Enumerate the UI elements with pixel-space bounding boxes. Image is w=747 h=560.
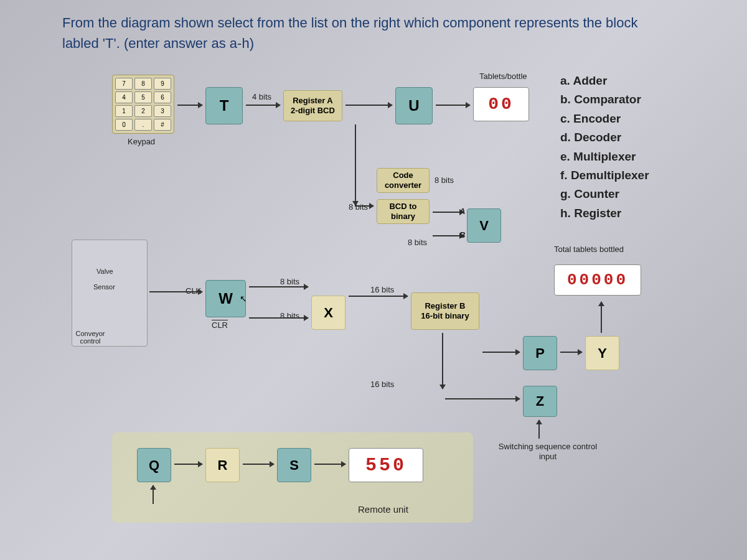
arrow <box>177 105 202 106</box>
arrow <box>249 317 308 319</box>
block-s: S <box>277 448 311 482</box>
total-display: 00000 <box>554 264 641 296</box>
key-9: 9 <box>154 78 171 90</box>
label-b: B <box>459 230 465 240</box>
label-8bits-1: 8 bits <box>349 202 368 212</box>
arrow <box>436 105 470 106</box>
block-r: R <box>205 448 240 482</box>
arrow <box>349 296 408 297</box>
block-v: V <box>467 208 501 243</box>
question-line2: labled 'T'. (enter answer as a-h) <box>62 35 254 51</box>
arrow <box>246 105 280 106</box>
register-a: Register A 2-digit BCD <box>283 90 342 121</box>
block-x: X <box>311 296 345 330</box>
label-8bits-3: 8 bits <box>408 238 427 247</box>
arrow <box>345 105 392 106</box>
remote-unit-label: Remote unit <box>358 504 408 515</box>
arrow <box>442 333 443 389</box>
register-a-t2: 2-digit BCD <box>291 106 335 116</box>
code-converter: Code converter <box>377 168 430 193</box>
key-5: 5 <box>134 91 152 103</box>
total-tablets-label: Total tablets bottled <box>554 245 624 254</box>
register-b-t2: 16-bit binary <box>421 311 469 321</box>
arrow <box>243 464 274 465</box>
clr-label: CLR <box>212 320 228 330</box>
keypad: 7 8 9 4 5 6 1 2 3 0 . # <box>112 75 174 134</box>
arrow <box>445 398 520 399</box>
block-u: U <box>395 87 433 124</box>
key-4: 4 <box>115 91 133 103</box>
register-b-t1: Register B <box>425 301 465 311</box>
arrow <box>560 352 582 353</box>
key-hash: # <box>154 119 171 131</box>
block-diagram: 7 8 9 4 5 6 1 2 3 0 . # Keypad T 4 bits … <box>62 68 685 548</box>
arrow <box>314 464 345 465</box>
conveyor-label: Conveyor control <box>72 330 109 345</box>
valve-label: Valve <box>96 268 113 275</box>
arrow <box>174 464 202 465</box>
question-text: From the diagram shown select from the l… <box>62 12 685 54</box>
key-7: 7 <box>115 78 133 90</box>
label-a: A <box>459 207 465 216</box>
answer-h: h. Register <box>560 204 649 223</box>
answer-list: a. Adder b. Comparator c. Encoder d. Dec… <box>560 72 649 223</box>
bcd-binary: BCD to binary <box>377 199 430 224</box>
arrow <box>538 420 540 439</box>
arrow <box>601 302 602 333</box>
arrow <box>249 286 308 287</box>
arrow <box>482 352 520 353</box>
cursor-icon: ↖ <box>240 294 247 304</box>
block-z: Z <box>523 386 557 417</box>
answer-c: c. Encoder <box>560 110 649 128</box>
block-y: Y <box>585 336 619 370</box>
block-q: Q <box>137 448 171 482</box>
key-dot: . <box>134 119 152 131</box>
remote-display: 550 <box>349 448 423 482</box>
key-3: 3 <box>154 105 171 117</box>
keypad-label: Keypad <box>128 137 155 146</box>
register-a-t1: Register A <box>293 96 333 106</box>
label-16bits-2: 16 bits <box>370 380 394 389</box>
arrow <box>153 485 154 504</box>
key-8: 8 <box>134 78 152 90</box>
answer-f: f. Demultiplexer <box>560 166 649 185</box>
answer-d: d. Decoder <box>560 128 649 147</box>
block-t: T <box>205 87 243 124</box>
key-0: 0 <box>115 119 133 131</box>
key-6: 6 <box>154 91 171 103</box>
label-8bits-2: 8 bits <box>435 175 454 185</box>
label-8bits-4: 8 bits <box>280 277 299 286</box>
question-line1: From the diagram shown select from the l… <box>62 15 637 30</box>
answer-b: b. Comparator <box>560 90 649 109</box>
bcd-t: BCD to binary <box>377 202 429 221</box>
block-p: P <box>523 336 557 370</box>
switching-label: Switching sequence control input <box>498 442 598 461</box>
arrow <box>149 291 202 292</box>
answer-e: e. Multiplexer <box>560 147 649 166</box>
label-16bits-1: 16 bits <box>370 285 394 294</box>
sensor-label: Sensor <box>93 283 115 291</box>
key-1: 1 <box>115 105 133 117</box>
tablets-display: 00 <box>473 87 529 121</box>
answer-a: a. Adder <box>560 72 649 90</box>
key-2: 2 <box>134 105 152 117</box>
register-b: Register B 16-bit binary <box>411 292 479 330</box>
code-conv-t: Code converter <box>377 170 429 190</box>
label-8bits-5: 8 bits <box>280 311 299 320</box>
tablets-bottle-label: Tablets/bottle <box>479 72 527 81</box>
answer-g: g. Counter <box>560 185 649 203</box>
arrow <box>355 124 356 205</box>
label-4bits: 4 bits <box>252 92 271 101</box>
